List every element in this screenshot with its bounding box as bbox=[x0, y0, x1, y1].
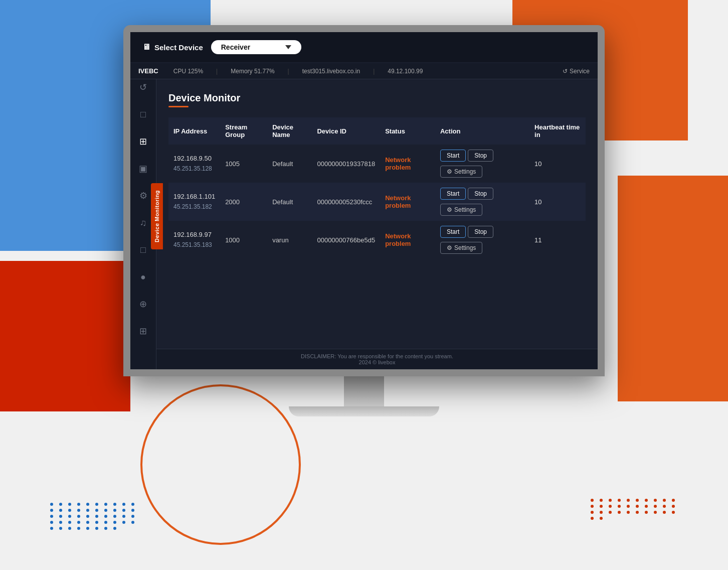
cell-device-id-2: 00000000766be5d5 bbox=[312, 221, 380, 259]
select-device-bar: 🖥 Select Device Receiver bbox=[130, 32, 598, 62]
cell-device-name-0: Default bbox=[267, 145, 312, 183]
refresh-service-icon: ↺ bbox=[563, 68, 568, 75]
settings-button-1[interactable]: ⚙ Settings bbox=[440, 204, 482, 216]
sidebar-item-filter[interactable]: ⊞ bbox=[134, 132, 152, 151]
copyright-text: 2024 © livebox bbox=[160, 359, 594, 365]
cell-device-name-2: varun bbox=[267, 221, 312, 259]
cell-stream-1: 2000 bbox=[220, 183, 267, 221]
sidebar-item-music[interactable]: ♫ bbox=[134, 214, 152, 232]
cpu-usage: CPU 125% bbox=[173, 68, 203, 75]
cell-status-1: Network problem bbox=[380, 183, 435, 221]
background-red-left bbox=[0, 261, 130, 411]
cell-action-0: Start Stop ⚙ Settings bbox=[435, 145, 529, 183]
start-button-1[interactable]: Start bbox=[440, 188, 466, 200]
sidebar-item-display3[interactable]: □ bbox=[134, 241, 152, 259]
col-status: Status bbox=[380, 117, 435, 145]
monitor-small-icon: 🖥 bbox=[142, 43, 150, 52]
gear-icon-2: ⚙ bbox=[447, 244, 452, 251]
sidebar-item-settings[interactable]: ⚙ bbox=[134, 187, 152, 205]
sidebar-item-grid[interactable]: ⊞ bbox=[134, 322, 152, 340]
cell-action-1: Start Stop ⚙ Settings bbox=[435, 183, 529, 221]
col-stream: Stream Group bbox=[220, 117, 267, 145]
brand-name: IVEBC bbox=[138, 67, 158, 75]
service-label: Service bbox=[570, 68, 590, 75]
col-device-name: Device Name bbox=[267, 117, 312, 145]
table-row: 192.168.9.50 45.251.35.128 1005 Default … bbox=[168, 145, 586, 183]
cell-device-name-1: Default bbox=[267, 183, 312, 221]
col-action: Action bbox=[435, 117, 529, 145]
sidebar-item-refresh[interactable]: ↺ bbox=[134, 78, 152, 96]
disclaimer-text: DISCLAIMER: You are responsible for the … bbox=[160, 353, 594, 359]
memory-usage: Memory 51.77% bbox=[231, 68, 274, 75]
settings-button-2[interactable]: ⚙ Settings bbox=[440, 242, 482, 254]
cell-heartbeat-0: 10 bbox=[529, 145, 586, 183]
cell-device-id-0: 0000000019337818 bbox=[312, 145, 380, 183]
table-row: 192.168.1.101 45.251.35.182 2000 Default… bbox=[168, 183, 586, 221]
select-device-text: Select Device bbox=[154, 43, 203, 52]
sidebar-item-display2[interactable]: ▣ bbox=[134, 160, 152, 178]
monitor-base bbox=[289, 406, 439, 416]
cell-stream-2: 1000 bbox=[220, 221, 267, 259]
sidebar-item-display[interactable]: □ bbox=[134, 105, 152, 123]
separator-3: | bbox=[373, 68, 375, 75]
service-button[interactable]: ↺ Service bbox=[563, 68, 590, 75]
sidebar-item-globe[interactable]: ● bbox=[134, 268, 152, 286]
monitor-neck bbox=[344, 376, 384, 406]
start-button-2[interactable]: Start bbox=[440, 226, 466, 238]
col-device-id: Device ID bbox=[312, 117, 380, 145]
col-heartbeat: Heartbeat time in bbox=[529, 117, 586, 145]
cell-status-0: Network problem bbox=[380, 145, 435, 183]
select-device-label: 🖥 Select Device bbox=[142, 43, 203, 52]
domain-name: test3015.livebox.co.in bbox=[302, 68, 360, 75]
table-row: 192.168.9.97 45.251.35.183 1000 varun 00… bbox=[168, 221, 586, 259]
cell-heartbeat-1: 10 bbox=[529, 183, 586, 221]
separator-1: | bbox=[216, 68, 218, 75]
cell-device-id-1: 000000005230fccc bbox=[312, 183, 380, 221]
device-dropdown[interactable]: Receiver bbox=[211, 40, 301, 54]
sidebar-item-flag[interactable]: ⊕ bbox=[134, 295, 152, 313]
chevron-down-icon bbox=[285, 45, 291, 49]
footer-bar: DISCLAIMER: You are responsible for the … bbox=[156, 349, 598, 369]
separator-2: | bbox=[288, 68, 289, 75]
device-monitoring-tab[interactable]: Device Monitoring bbox=[151, 183, 163, 249]
col-ip: IP Address bbox=[168, 117, 220, 145]
ip-address-header: 49.12.100.99 bbox=[388, 68, 423, 75]
monitor-screen: 🖥 Select Device Receiver IVEBC CPU 125% … bbox=[123, 25, 605, 376]
cell-action-2: Start Stop ⚙ Settings bbox=[435, 221, 529, 259]
header-bar: IVEBC CPU 125% | Memory 51.77% | test301… bbox=[130, 63, 598, 79]
device-table: IP Address Stream Group Device Name Devi… bbox=[168, 117, 586, 259]
gear-icon-0: ⚙ bbox=[447, 168, 452, 175]
monitor-wrapper: 🖥 Select Device Receiver IVEBC CPU 125% … bbox=[123, 25, 605, 416]
sidebar: ↺ □ ⊞ ▣ ⚙ ♫ □ ● ⊕ ⊞ Device Monitoring bbox=[130, 63, 156, 369]
cell-status-2: Network problem bbox=[380, 221, 435, 259]
dots-right bbox=[591, 499, 678, 520]
stop-button-2[interactable]: Stop bbox=[468, 226, 493, 238]
cell-heartbeat-2: 11 bbox=[529, 221, 586, 259]
page-title: Device Monitor bbox=[168, 92, 586, 104]
start-button-0[interactable]: Start bbox=[440, 150, 466, 162]
stop-button-0[interactable]: Stop bbox=[468, 150, 493, 162]
cell-stream-0: 1005 bbox=[220, 145, 267, 183]
cell-ip-0: 192.168.9.50 45.251.35.128 bbox=[168, 145, 220, 183]
cell-ip-2: 192.168.9.97 45.251.35.183 bbox=[168, 221, 220, 259]
main-content: Device Monitor IP Address Stream Group D… bbox=[156, 82, 598, 369]
stop-button-1[interactable]: Stop bbox=[468, 188, 493, 200]
settings-button-0[interactable]: ⚙ Settings bbox=[440, 166, 482, 178]
gear-icon-1: ⚙ bbox=[447, 206, 452, 213]
title-underline bbox=[168, 106, 189, 107]
dots-left bbox=[50, 503, 137, 530]
cell-ip-1: 192.168.1.101 45.251.35.182 bbox=[168, 183, 220, 221]
dropdown-value: Receiver bbox=[221, 43, 250, 51]
background-orange-right bbox=[618, 176, 728, 401]
